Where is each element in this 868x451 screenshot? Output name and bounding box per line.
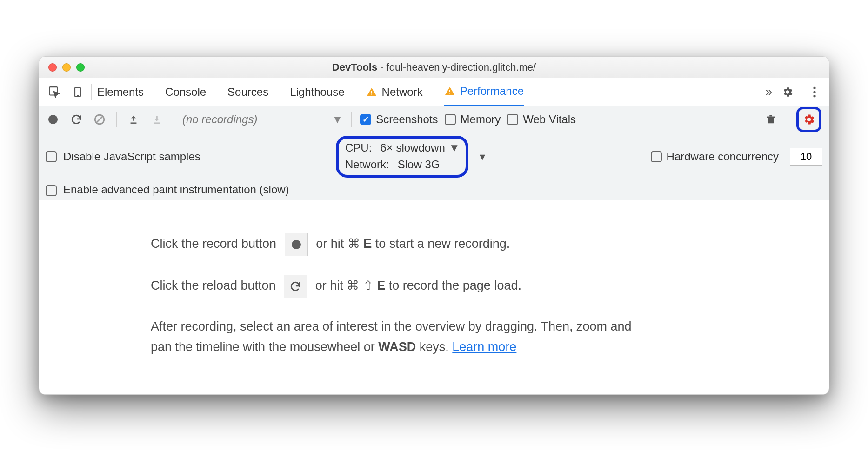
screenshots-checkbox[interactable]: Screenshots — [360, 113, 438, 126]
window-title: DevTools - foul-heavenly-direction.glitc… — [332, 61, 536, 73]
chevron-down-icon: ▼ — [449, 141, 460, 154]
device-toggle-icon[interactable] — [66, 78, 89, 106]
capture-settings-highlight — [796, 107, 821, 132]
throttle-highlight: CPU: 6× slowdown▼ Network: Slow 3G — [336, 136, 468, 178]
download-icon[interactable] — [148, 111, 165, 128]
svg-rect-4 — [371, 93, 372, 94]
hint-after: After recording, select an area of inter… — [151, 317, 639, 357]
hardware-concurrency-checkbox[interactable]: Hardware concurrency — [651, 150, 779, 163]
tab-performance[interactable]: Performance — [444, 78, 524, 106]
empty-state: Click the record button or hit ⌘ E to st… — [39, 200, 829, 394]
devtools-window: DevTools - foul-heavenly-direction.glitc… — [39, 56, 829, 394]
disable-js-label: Disable JavaScript samples — [63, 150, 200, 163]
svg-rect-16 — [767, 116, 775, 118]
divider — [174, 112, 174, 127]
advanced-paint-label: Enable advanced paint instrumentation (s… — [63, 183, 289, 196]
divider — [91, 84, 92, 100]
network-throttle-select[interactable]: Network: Slow 3G — [345, 158, 460, 171]
checkbox-icon[interactable] — [46, 185, 57, 196]
svg-rect-5 — [449, 90, 450, 92]
capture-settings-icon[interactable] — [801, 111, 817, 128]
svg-point-18 — [292, 240, 301, 249]
record-icon[interactable] — [45, 111, 61, 128]
main-tabbar: Elements Console Sources Lighthouse Netw… — [39, 78, 829, 106]
cpu-throttle-select[interactable]: CPU: 6× slowdown▼ — [345, 141, 460, 154]
chevron-down-icon: ▼ — [332, 113, 343, 126]
titlebar: DevTools - foul-heavenly-direction.glitc… — [39, 57, 829, 78]
memory-checkbox[interactable]: Memory — [445, 113, 501, 126]
perf-toolbar: (no recordings) ▼ Screenshots Memory Web… — [39, 106, 829, 133]
title-url: foul-heavenly-direction.glitch.me/ — [387, 61, 536, 73]
tabs: Elements Console Sources Lighthouse Netw… — [97, 78, 766, 106]
divider — [351, 112, 352, 127]
reload-icon[interactable] — [68, 111, 85, 128]
reload-button[interactable] — [284, 275, 307, 298]
svg-rect-15 — [768, 118, 774, 123]
capture-settings-panel: Disable JavaScript samples CPU: 6× slowd… — [39, 133, 829, 200]
svg-rect-13 — [131, 122, 137, 124]
svg-point-9 — [813, 95, 815, 97]
recordings-select[interactable]: (no recordings) ▼ — [182, 113, 343, 126]
upload-icon[interactable] — [125, 111, 142, 128]
tab-sources[interactable]: Sources — [227, 78, 268, 106]
record-button[interactable] — [285, 233, 308, 256]
learn-more-link[interactable]: Learn more — [452, 340, 516, 354]
tab-network[interactable]: Network — [366, 78, 423, 106]
divider — [116, 112, 117, 127]
title-app: DevTools — [332, 61, 377, 73]
tab-console[interactable]: Console — [165, 78, 206, 106]
title-sep: - — [380, 61, 383, 73]
svg-point-10 — [48, 115, 58, 124]
divider — [788, 112, 788, 127]
more-tabs-button[interactable]: » — [766, 85, 776, 99]
hint-record: Click the record button or hit ⌘ E to st… — [151, 233, 782, 256]
window-controls — [48, 63, 85, 72]
kebab-menu-icon[interactable] — [803, 78, 826, 106]
tab-lighthouse[interactable]: Lighthouse — [290, 78, 344, 106]
warning-icon — [444, 86, 455, 97]
checkbox-icon[interactable] — [46, 151, 57, 162]
clear-icon[interactable] — [91, 111, 108, 128]
svg-point-7 — [813, 87, 815, 89]
checkbox-icon — [651, 151, 662, 162]
svg-point-8 — [813, 91, 815, 93]
warning-icon — [366, 86, 377, 98]
close-icon[interactable] — [48, 63, 57, 72]
svg-rect-14 — [154, 122, 160, 124]
maximize-icon[interactable] — [76, 63, 85, 72]
chevron-down-icon: ▾ — [480, 150, 485, 163]
svg-line-12 — [97, 116, 103, 122]
checkbox-icon — [360, 114, 371, 125]
svg-rect-6 — [449, 93, 450, 94]
checkbox-icon — [507, 114, 518, 125]
svg-rect-17 — [769, 115, 772, 117]
hint-reload: Click the reload button or hit ⌘ ⇧ E to … — [151, 275, 782, 298]
hardware-concurrency-input[interactable] — [790, 148, 822, 166]
trash-icon[interactable] — [762, 111, 779, 128]
settings-icon[interactable] — [776, 78, 799, 106]
webvitals-checkbox[interactable]: Web Vitals — [507, 113, 576, 126]
inspect-icon[interactable] — [43, 78, 66, 106]
tab-elements[interactable]: Elements — [97, 78, 144, 106]
checkbox-icon — [445, 114, 456, 125]
svg-rect-3 — [371, 91, 372, 93]
minimize-icon[interactable] — [62, 63, 71, 72]
